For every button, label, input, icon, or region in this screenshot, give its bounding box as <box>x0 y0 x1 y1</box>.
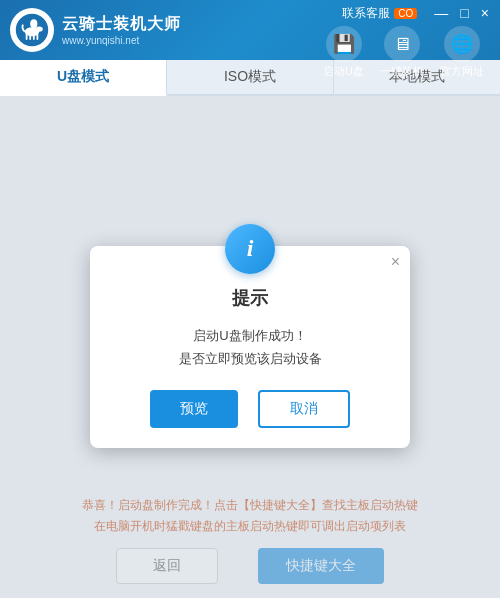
logo-text: 云骑士装机大师 www.yunqishi.net <box>62 14 181 46</box>
svg-point-7 <box>36 26 43 31</box>
restore-button[interactable]: □ <box>455 4 473 22</box>
logo-icon <box>14 12 50 48</box>
main-content: 恭喜！启动盘制作完成！点击【快捷键大全】查找主板启动热键 在电脑开机时猛戳键盘的… <box>0 96 500 598</box>
window-controls: 联系客服 CO — □ × <box>342 0 500 22</box>
install-icon: 🖥 <box>384 26 420 62</box>
logo-area: 云骑士装机大师 www.yunqishi.net <box>10 8 181 52</box>
info-icon: i <box>247 235 254 262</box>
preview-button[interactable]: 预览 <box>150 390 238 428</box>
minimize-button[interactable]: — <box>429 4 453 22</box>
nav-website[interactable]: 🌐 官方网址 <box>440 26 484 79</box>
svg-point-1 <box>30 19 37 28</box>
top-right: 联系客服 CO — □ × 💾 启动U盘 🖥 一键装机 🌐 官方网址 <box>323 0 500 79</box>
website-icon: 🌐 <box>444 26 480 62</box>
app-title: 云骑士装机大师 <box>62 14 181 35</box>
nav-install[interactable]: 🖥 一键装机 <box>380 26 424 79</box>
cancel-button[interactable]: 取消 <box>258 390 350 428</box>
svg-rect-3 <box>26 34 28 40</box>
nav-udisk[interactable]: 💾 启动U盘 <box>323 26 364 79</box>
kefu-badge: CO <box>394 8 417 19</box>
nav-udisk-label: 启动U盘 <box>323 64 364 79</box>
dialog: × i 提示 启动U盘制作成功！ 是否立即预览该启动设备 预览 取消 <box>90 246 410 449</box>
tab-iso-mode[interactable]: ISO模式 <box>167 60 334 94</box>
close-button[interactable]: × <box>476 4 494 22</box>
dialog-title: 提示 <box>232 286 268 310</box>
dialog-icon-wrap: i <box>225 224 275 274</box>
tab-udisk-mode[interactable]: U盘模式 <box>0 60 167 96</box>
kefu-area: 联系客服 CO <box>342 5 427 22</box>
nav-install-label: 一键装机 <box>380 64 424 79</box>
nav-icons: 💾 启动U盘 🖥 一键装机 🌐 官方网址 <box>323 26 500 79</box>
svg-rect-6 <box>37 34 39 40</box>
svg-rect-4 <box>29 34 31 40</box>
dialog-buttons: 预览 取消 <box>150 390 350 428</box>
dialog-message-line2: 是否立即预览该启动设备 <box>179 347 322 370</box>
app-website: www.yunqishi.net <box>62 35 181 46</box>
dialog-message-line1: 启动U盘制作成功！ <box>179 324 322 347</box>
nav-website-label: 官方网址 <box>440 64 484 79</box>
dialog-message: 启动U盘制作成功！ 是否立即预览该启动设备 <box>159 324 342 371</box>
kefu-label: 联系客服 <box>342 5 390 22</box>
dialog-close-button[interactable]: × <box>391 254 400 270</box>
svg-rect-5 <box>33 34 35 40</box>
logo-circle <box>10 8 54 52</box>
modal-overlay: × i 提示 启动U盘制作成功！ 是否立即预览该启动设备 预览 取消 <box>0 96 500 598</box>
titlebar: 云骑士装机大师 www.yunqishi.net 联系客服 CO — □ × 💾… <box>0 0 500 60</box>
udisk-icon: 💾 <box>326 26 362 62</box>
